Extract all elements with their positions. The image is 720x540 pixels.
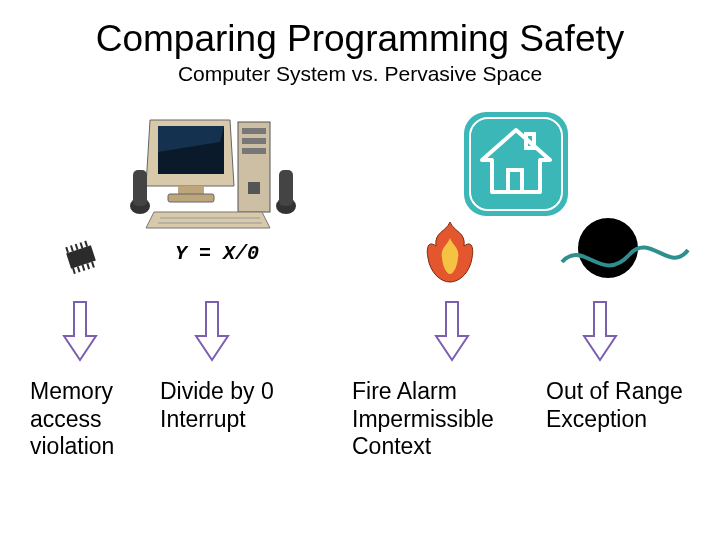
house-icon <box>462 110 570 222</box>
svg-rect-0 <box>238 122 270 212</box>
svg-rect-11 <box>279 170 293 206</box>
arrow-icon <box>432 300 472 366</box>
label-divide-by-zero: Divide by 0 Interrupt <box>160 378 290 433</box>
out-of-range-icon <box>560 214 690 288</box>
label-memory-violation: Memory access violation <box>30 378 150 461</box>
slide-title: Comparing Programming Safety <box>0 0 720 60</box>
label-fire-alarm: Fire Alarm Impermissible Context <box>352 378 532 461</box>
computer-icon <box>130 112 300 236</box>
svg-rect-2 <box>242 138 266 144</box>
svg-line-28 <box>92 262 94 268</box>
svg-line-24 <box>73 268 75 274</box>
arrow-icon <box>60 300 100 366</box>
svg-rect-6 <box>178 186 204 194</box>
svg-rect-1 <box>242 128 266 134</box>
svg-line-19 <box>66 247 68 253</box>
arrow-icon <box>580 300 620 366</box>
svg-line-23 <box>85 241 87 247</box>
svg-line-27 <box>87 263 89 269</box>
label-out-of-range: Out of Range Exception <box>546 378 696 433</box>
svg-rect-4 <box>248 182 260 194</box>
svg-rect-14 <box>464 112 568 216</box>
svg-line-21 <box>76 244 78 250</box>
svg-line-20 <box>71 246 73 252</box>
svg-rect-9 <box>133 170 147 206</box>
svg-line-26 <box>83 265 85 271</box>
chip-icon <box>58 240 104 278</box>
svg-point-29 <box>578 218 638 278</box>
code-expression: Y = X/0 <box>175 242 259 265</box>
svg-line-25 <box>78 266 80 272</box>
svg-line-22 <box>80 242 82 248</box>
fire-icon <box>420 218 480 290</box>
svg-rect-7 <box>168 194 214 202</box>
arrow-icon <box>192 300 232 366</box>
slide-subtitle: Computer System vs. Pervasive Space <box>0 62 720 86</box>
svg-rect-3 <box>242 148 266 154</box>
svg-rect-18 <box>66 245 96 268</box>
